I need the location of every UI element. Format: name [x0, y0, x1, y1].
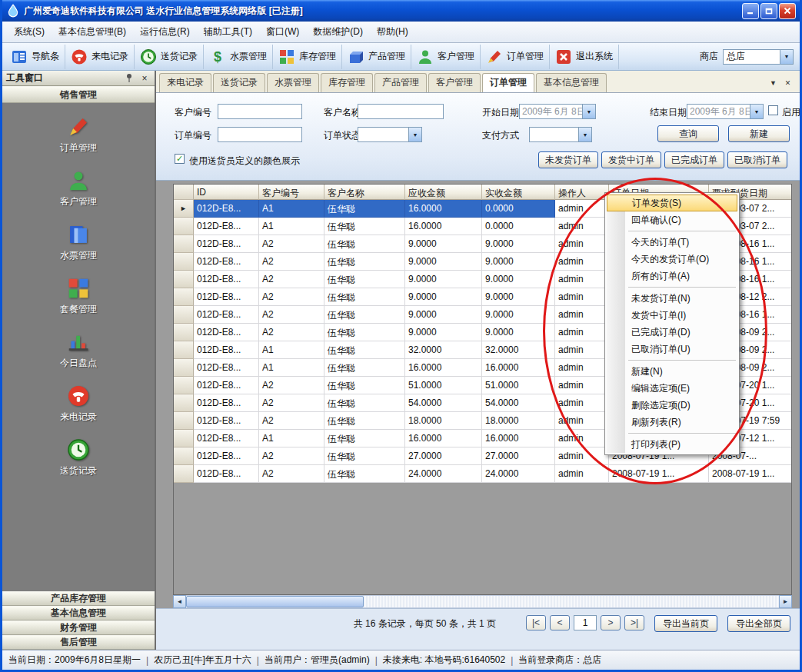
row-selector[interactable]: [174, 341, 194, 359]
grid-column-header[interactable]: 操作人: [555, 185, 609, 200]
context-menu-item[interactable]: 未发货订单(N): [607, 290, 737, 307]
sidebar-item[interactable]: 水票管理: [8, 220, 148, 265]
grid-column-header[interactable]: 客户编号: [259, 185, 324, 200]
grid-column-header[interactable]: ID: [194, 185, 259, 200]
chevron-down-icon[interactable]: ▼: [408, 128, 421, 141]
minimize-button[interactable]: [742, 3, 759, 19]
grid-column-header[interactable]: 应收金额: [405, 185, 482, 200]
context-menu-item[interactable]: 已完成订单(D): [607, 324, 737, 341]
sidebar-group[interactable]: 基本信息管理: [2, 606, 155, 620]
sidebar-item[interactable]: 送货记录: [8, 435, 148, 481]
scroll-right-icon[interactable]: ►: [779, 595, 792, 608]
grid-column-header[interactable]: 客户名称: [324, 185, 405, 200]
new-button[interactable]: 新建: [728, 125, 790, 142]
tab[interactable]: 来电记录: [159, 73, 211, 92]
tab[interactable]: 订单管理: [482, 73, 534, 92]
context-menu-item[interactable]: 删除选定项(D): [607, 397, 737, 414]
row-selector[interactable]: [174, 412, 194, 430]
filter-completed-button[interactable]: 已完成订单: [664, 151, 724, 168]
page-number-input[interactable]: 1: [574, 615, 597, 630]
toolbar-button-dollar[interactable]: $水票管理: [204, 45, 273, 69]
sidebar-group[interactable]: 产品库存管理: [2, 591, 155, 606]
toolbar-button-person[interactable]: 客户管理: [411, 45, 481, 69]
customer-name-input[interactable]: [358, 104, 444, 119]
toolbar-button-clock[interactable]: 送货记录: [135, 45, 204, 69]
sidebar-group-sales[interactable]: 销售管理: [2, 86, 155, 103]
sidebar-item[interactable]: 订单管理: [8, 112, 148, 158]
tab[interactable]: 库存管理: [321, 73, 373, 92]
query-button[interactable]: 查询: [657, 125, 719, 142]
scrollbar-thumb[interactable]: [186, 596, 364, 607]
chevron-down-icon[interactable]: ▼: [780, 50, 793, 64]
context-menu-item[interactable]: 已取消订单(U): [607, 341, 737, 358]
tab[interactable]: 送货记录: [213, 73, 265, 92]
row-selector[interactable]: [174, 271, 194, 288]
row-selector[interactable]: [174, 288, 194, 306]
restore-button[interactable]: [760, 3, 777, 19]
toolbar-button-box[interactable]: 产品管理: [342, 45, 411, 69]
row-selector[interactable]: [174, 235, 194, 253]
row-selector[interactable]: [174, 218, 194, 235]
chevron-down-icon[interactable]: ▼: [578, 128, 591, 141]
menu-item[interactable]: 窗口(W): [259, 22, 306, 42]
sidebar-group[interactable]: 财务管理: [2, 620, 155, 635]
tab[interactable]: 产品管理: [374, 73, 427, 92]
pin-icon[interactable]: [123, 72, 135, 85]
context-menu-item[interactable]: 编辑选定项(E): [607, 380, 737, 397]
horizontal-scrollbar[interactable]: ◄ ►: [173, 595, 792, 608]
order-code-input[interactable]: [218, 127, 302, 142]
sidebar-item[interactable]: 来电记录: [8, 381, 148, 427]
row-selector[interactable]: [174, 253, 194, 271]
row-selector[interactable]: [174, 465, 194, 483]
first-page-button[interactable]: |<: [526, 615, 546, 630]
scroll-left-icon[interactable]: ◄: [173, 595, 186, 608]
context-menu-item[interactable]: 所有的订单(A): [607, 268, 737, 284]
tab-close-icon[interactable]: ✕: [782, 78, 794, 88]
row-selector[interactable]: [174, 377, 194, 394]
close-button[interactable]: [779, 3, 796, 19]
context-menu-item[interactable]: 回单确认(C): [607, 211, 737, 228]
chevron-down-icon[interactable]: ▼: [750, 105, 763, 118]
export-all-pages-button[interactable]: 导出全部页: [727, 615, 790, 632]
menu-item[interactable]: 运行信息(R): [133, 22, 197, 42]
menu-item[interactable]: 辅助工具(T): [197, 22, 259, 42]
table-row[interactable]: 012D-E8...A2伍华聪24.000024.0000admin2008-0…: [174, 465, 791, 483]
context-menu-item[interactable]: 发货中订单(I): [607, 307, 737, 324]
toolbar-button-phone[interactable]: 来电记录: [65, 45, 135, 69]
menu-item[interactable]: 帮助(H): [370, 22, 415, 42]
enable-checkbox[interactable]: [768, 105, 778, 115]
row-selector[interactable]: [174, 306, 194, 324]
last-page-button[interactable]: >|: [624, 615, 644, 630]
sidebar-item[interactable]: 客户管理: [8, 166, 148, 211]
toolbar-button-pen[interactable]: 订单管理: [481, 45, 550, 69]
row-selector[interactable]: [174, 394, 194, 412]
row-selector[interactable]: [174, 447, 194, 465]
color-display-checkbox[interactable]: ✓: [175, 154, 185, 164]
menu-item[interactable]: 数据维护(D): [306, 22, 370, 42]
context-menu-item[interactable]: 刷新列表(R): [607, 414, 737, 431]
tab[interactable]: 基本信息管理: [536, 73, 607, 92]
chevron-down-icon[interactable]: ▼: [582, 105, 595, 118]
start-date-picker[interactable]: 2009年 6月 8日 ▼: [519, 104, 596, 119]
tab-list-dropdown-icon[interactable]: ▼: [767, 78, 779, 88]
context-menu-item[interactable]: 打印列表(P): [607, 436, 737, 453]
store-select[interactable]: 总店 ▼: [723, 49, 794, 65]
toolbar-button-nav[interactable]: 导航条: [5, 45, 65, 69]
grid-column-header[interactable]: 实收金额: [482, 185, 555, 200]
sidebar-group[interactable]: 售后管理: [2, 635, 155, 650]
pay-method-select[interactable]: ▼: [529, 127, 592, 142]
context-menu-item[interactable]: 订单发货(S): [607, 195, 737, 211]
next-page-button[interactable]: >: [601, 615, 621, 630]
tab[interactable]: 客户管理: [428, 73, 481, 92]
menu-item[interactable]: 基本信息管理(B): [52, 22, 133, 42]
context-menu-item[interactable]: 今天的发货订单(O): [607, 251, 737, 268]
row-selector[interactable]: [174, 359, 194, 377]
scrollbar-track[interactable]: [186, 595, 779, 608]
row-selector[interactable]: [174, 324, 194, 341]
prev-page-button[interactable]: <: [550, 615, 570, 630]
filter-undelivered-button[interactable]: 未发货订单: [538, 151, 598, 168]
filter-delivering-button[interactable]: 发货中订单: [601, 151, 661, 168]
sidebar-close-icon[interactable]: ×: [138, 72, 151, 85]
tab[interactable]: 水票管理: [267, 73, 319, 92]
row-selector[interactable]: [174, 430, 194, 447]
